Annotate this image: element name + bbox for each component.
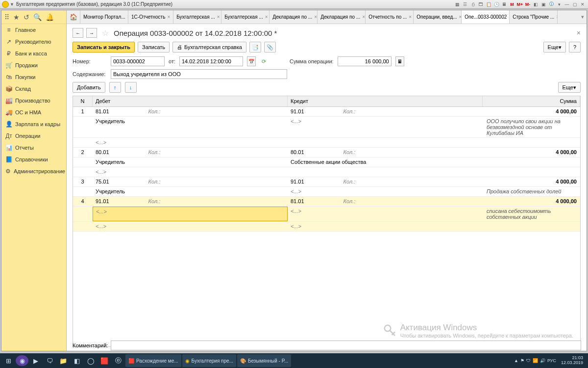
toolbar-icon[interactable]: 📋 bbox=[485, 1, 492, 8]
chrome-icon[interactable]: ◯ bbox=[84, 354, 97, 367]
close-icon[interactable]: ✕ bbox=[579, 1, 586, 8]
calendar-icon[interactable]: 📅 bbox=[247, 56, 256, 66]
taskbar-icon[interactable]: ◧ bbox=[71, 354, 83, 367]
taskbar-icon[interactable]: ▶ bbox=[29, 354, 42, 367]
toolbar-icon[interactable]: 🗔 bbox=[477, 1, 484, 8]
save-button[interactable]: Записать bbox=[138, 42, 170, 53]
table-row[interactable]: УчредительСобственные акции общества bbox=[73, 158, 580, 167]
table-row[interactable]: 491.01Кол.:81.01Кол.:4 000,00 bbox=[73, 197, 580, 207]
sidebar-item[interactable]: 🚚ОС и НМА bbox=[1, 106, 66, 118]
tab[interactable]: Декларация по ...× bbox=[270, 10, 318, 24]
table-row[interactable]: Учредитель<...>ООО получило свои акции н… bbox=[73, 117, 580, 138]
tab[interactable]: Декларация по ...× bbox=[318, 10, 366, 24]
tray-icon[interactable]: 🔊 bbox=[540, 358, 545, 363]
save-close-button[interactable]: Записать и закрыть bbox=[73, 42, 135, 53]
sidebar-item[interactable]: 📊Отчеты bbox=[1, 142, 66, 154]
tab[interactable]: Монитор Портал...× bbox=[80, 10, 128, 24]
tray-icon[interactable]: ▲ bbox=[514, 358, 518, 363]
toolbar-icon[interactable]: ☰ bbox=[462, 1, 468, 8]
browser-icon[interactable]: ◉ bbox=[16, 355, 28, 366]
star-icon[interactable]: ★ bbox=[13, 13, 20, 21]
add-row-button[interactable]: Добавить bbox=[73, 82, 105, 93]
sum-input[interactable] bbox=[338, 56, 392, 66]
sidebar-item[interactable]: ⚙Администрирование bbox=[1, 165, 66, 177]
grid-more-button[interactable]: Еще ▾ bbox=[558, 82, 581, 93]
tray-icon[interactable]: 📶 bbox=[533, 358, 538, 363]
date-input[interactable] bbox=[179, 56, 243, 66]
toolbar-icon[interactable]: 🕒 bbox=[493, 1, 500, 8]
tab[interactable]: Отчетность по ...× bbox=[366, 10, 414, 24]
toolbar-icon[interactable]: 🖩 bbox=[501, 1, 508, 8]
calc-icon[interactable]: 🖩 bbox=[395, 56, 404, 66]
close-document-icon[interactable]: × bbox=[577, 29, 581, 37]
m-minus-icon[interactable]: M bbox=[509, 1, 515, 8]
sidebar-item[interactable]: ₽Банк и касса bbox=[1, 48, 66, 59]
table-row[interactable]: <...> bbox=[73, 167, 580, 177]
toolbar-icon[interactable]: ▣ bbox=[540, 1, 547, 8]
explorer-icon[interactable]: 📁 bbox=[57, 354, 70, 367]
sidebar-item[interactable]: ≡Главное bbox=[1, 24, 66, 36]
table-row[interactable]: Учредитель<...>Продажа собственных долей bbox=[73, 187, 580, 197]
col-header-sum[interactable]: Сумма bbox=[483, 96, 580, 106]
tray-icon[interactable]: ⚑ bbox=[520, 358, 524, 363]
table-row[interactable]: <...><...> bbox=[73, 222, 580, 232]
ie-icon[interactable]: ⓔ bbox=[112, 354, 124, 367]
sidebar-item[interactable]: ↗Руководителю bbox=[1, 36, 66, 48]
tab-close-icon[interactable]: × bbox=[265, 14, 268, 20]
tray-clock[interactable]: 21:03 12.03.2019 bbox=[558, 356, 586, 366]
table-row[interactable]: 375.01Кол.:91.01Кол.:4 000,00 bbox=[73, 177, 580, 187]
tab-close-icon[interactable]: × bbox=[314, 14, 317, 20]
maximize-icon[interactable]: ▢ bbox=[571, 1, 578, 8]
tab[interactable]: 1С-Отчетность× bbox=[128, 10, 173, 24]
tab[interactable]: Опе...0033-000002× bbox=[462, 10, 510, 24]
table-row[interactable]: 280.01Кол.:80.01Кол.:4 000,00 bbox=[73, 148, 580, 158]
taskbar-task[interactable]: 🟥 Расхождение ме... bbox=[125, 354, 181, 367]
move-up-button[interactable]: ↑ bbox=[109, 82, 121, 93]
tray-lang[interactable]: РУС bbox=[547, 358, 556, 363]
apps-icon[interactable]: ⠿ bbox=[4, 13, 9, 21]
m-icon[interactable]: M- bbox=[524, 1, 531, 8]
tabs-dropdown[interactable]: ▾ bbox=[579, 10, 587, 24]
sidebar-item[interactable]: 🛍Покупки bbox=[1, 71, 66, 83]
print-button[interactable]: 🖨 Бухгалтерская справка bbox=[172, 42, 246, 53]
help-button[interactable]: ? bbox=[569, 42, 581, 53]
sidebar-item[interactable]: 🛒Продажи bbox=[1, 59, 66, 71]
bell-icon[interactable]: 🔔 bbox=[46, 13, 54, 21]
tray-icon[interactable]: 🛡 bbox=[526, 358, 531, 363]
sidebar-item[interactable]: 👤Зарплата и кадры bbox=[1, 118, 66, 130]
move-down-button[interactable]: ↓ bbox=[125, 82, 137, 93]
sidebar-item[interactable]: 📘Справочники bbox=[1, 154, 66, 165]
nav-back-button[interactable]: ← bbox=[73, 28, 83, 38]
taskbar-task[interactable]: ◉ Бухгалтерия пре... bbox=[182, 354, 236, 367]
toolbar-icon[interactable]: ▦ bbox=[454, 1, 461, 8]
tab-close-icon[interactable]: × bbox=[556, 14, 558, 20]
clip-button[interactable]: 📎 bbox=[264, 42, 276, 53]
table-row[interactable]: 181.01Кол.:91.01Кол.:4 000,00 bbox=[73, 107, 580, 117]
taskbar-task[interactable]: 🎨 Безымянный - P... bbox=[237, 354, 291, 367]
content-input[interactable] bbox=[111, 69, 287, 79]
tab[interactable]: Бухгалтерская ...× bbox=[173, 10, 221, 24]
refresh-icon[interactable]: ⟳ bbox=[262, 58, 266, 65]
col-header-credit[interactable]: Кредит bbox=[288, 96, 483, 106]
app-menu-dropdown[interactable]: ▼ bbox=[10, 2, 14, 7]
tab-close-icon[interactable]: × bbox=[217, 14, 220, 20]
dropdown-icon[interactable]: ▾ bbox=[556, 1, 563, 8]
table-row[interactable]: <...> bbox=[73, 138, 580, 148]
toolbar-icon[interactable]: ◧ bbox=[532, 1, 539, 8]
table-row[interactable]: <...><...>списана себестоимомть собствен… bbox=[73, 207, 580, 222]
tab-close-icon[interactable]: × bbox=[167, 14, 170, 20]
favorite-icon[interactable]: ☆ bbox=[102, 28, 109, 38]
info-icon[interactable]: ⓘ bbox=[548, 1, 555, 8]
nav-forward-button[interactable]: → bbox=[86, 28, 97, 38]
start-button[interactable]: ⊞ bbox=[2, 354, 15, 367]
taskbar-icon[interactable]: 🗨 bbox=[43, 354, 56, 367]
comment-input[interactable] bbox=[111, 341, 581, 350]
more-button[interactable]: Еще ▾ bbox=[543, 42, 566, 53]
taskbar-icon[interactable]: 🟥 bbox=[98, 354, 111, 367]
tab[interactable]: Операции, введ...× bbox=[414, 10, 462, 24]
toolbar-icon[interactable]: ⎙ bbox=[469, 1, 476, 8]
col-header-n[interactable]: N bbox=[73, 96, 93, 106]
search-icon[interactable]: 🔍 bbox=[33, 13, 42, 21]
tab-close-icon[interactable]: × bbox=[362, 14, 365, 20]
tab-close-icon[interactable]: × bbox=[409, 14, 412, 20]
